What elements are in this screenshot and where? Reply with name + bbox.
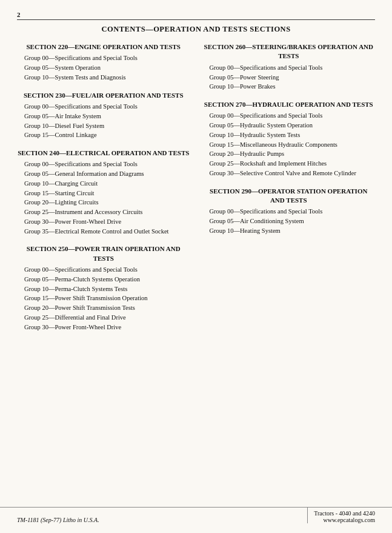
left-section-title-3: SECTION 250—POWER TRAIN OPERATION AND TE… xyxy=(17,244,190,263)
left-section-1: SECTION 230—FUEL/AIR OPERATION AND TESTS… xyxy=(17,91,190,140)
footer-left: TM-1181 (Sep-77) Litho in U.S.A. xyxy=(17,514,99,523)
right-column: SECTION 260—STEERING/BRAKES OPERATION AN… xyxy=(202,42,376,340)
footer-right-line1: Tractors - 4040 and 4240 xyxy=(314,510,375,517)
list-item: Group 20—Hydraulic Pumps xyxy=(210,149,376,159)
right-section-2: SECTION 290—OPERATOR STATION OPERATION A… xyxy=(202,187,376,236)
list-item: Group 25—Differential and Final Drive xyxy=(24,313,190,323)
list-item: Group 15—Power Shift Transmission Operat… xyxy=(24,293,190,303)
left-column: SECTION 220—ENGINE OPERATION AND TESTSGr… xyxy=(17,42,190,340)
list-item: Group 00—Specifications and Special Tool… xyxy=(24,159,190,169)
footer-left-text: TM-1181 (Sep-77) Litho in U.S.A. xyxy=(17,517,99,523)
left-section-2: SECTION 240—ELECTRICAL OPERATION AND TES… xyxy=(17,149,190,236)
footer-right: Tractors - 4040 and 4240 www.epcatalogs.… xyxy=(307,508,375,523)
list-item: Group 10—Power Brakes xyxy=(210,82,376,92)
page: 2 CONTENTS—OPERATION AND TESTS SECTIONS … xyxy=(0,0,392,533)
list-item: Group 10—Heating System xyxy=(210,226,376,236)
top-divider xyxy=(17,19,375,20)
list-item: Group 05—Air Conditioning System xyxy=(210,216,376,226)
list-item: Group 00—Specifications and Special Tool… xyxy=(24,265,190,275)
right-section-title-2: SECTION 290—OPERATOR STATION OPERATION A… xyxy=(202,187,376,206)
list-item: Group 30—Power Front-Wheel Drive xyxy=(24,217,190,227)
right-section-0: SECTION 260—STEERING/BRAKES OPERATION AN… xyxy=(202,42,376,92)
right-section-1: SECTION 270—HYDRAULIC OPERATION AND TEST… xyxy=(202,100,376,178)
list-item: Group 10—System Tests and Diagnosis xyxy=(24,73,190,82)
list-item: Group 15—Starting Circuit xyxy=(24,189,190,198)
list-item: Group 00—Specifications and Special Tool… xyxy=(210,63,376,73)
left-section-title-1: SECTION 230—FUEL/AIR OPERATION AND TESTS xyxy=(17,91,190,100)
left-section-3: SECTION 250—POWER TRAIN OPERATION AND TE… xyxy=(17,244,190,332)
left-section-title-2: SECTION 240—ELECTRICAL OPERATION AND TES… xyxy=(17,149,190,158)
list-item: Group 10—Diesel Fuel System xyxy=(24,121,190,131)
list-item: Group 00—Specifications and Special Tool… xyxy=(210,111,376,121)
list-item: Group 05—System Operation xyxy=(24,63,190,73)
list-item: Group 25—Instrument and Accessory Circui… xyxy=(24,207,190,217)
list-item: Group 00—Specifications and Special Tool… xyxy=(24,53,190,63)
list-item: Group 10—Charging Circuit xyxy=(24,179,190,189)
list-item: Group 05—Perma-Clutch Systems Operation xyxy=(24,275,190,284)
list-item: Group 20—Lighting Circuits xyxy=(24,198,190,207)
list-item: Group 15—Control Linkage xyxy=(24,130,190,140)
left-section-0: SECTION 220—ENGINE OPERATION AND TESTSGr… xyxy=(17,42,190,82)
list-item: Group 05—Hydraulic System Operation xyxy=(210,121,376,130)
content-columns: SECTION 220—ENGINE OPERATION AND TESTSGr… xyxy=(17,42,375,340)
right-section-title-0: SECTION 260—STEERING/BRAKES OPERATION AN… xyxy=(202,42,376,61)
list-item: Group 30—Power Front-Wheel Drive xyxy=(24,323,190,332)
list-item: Group 15—Miscellaneous Hydraulic Compone… xyxy=(210,140,376,150)
right-section-title-1: SECTION 270—HYDRAULIC OPERATION AND TEST… xyxy=(202,100,376,109)
footer-right-line2: www.epcatalogs.com xyxy=(314,517,375,523)
list-item: Group 05—Air Intake System xyxy=(24,112,190,121)
list-item: Group 30—Selective Control Valve and Rem… xyxy=(210,169,376,178)
list-item: Group 05—Power Steering xyxy=(210,73,376,82)
page-number: 2 xyxy=(17,11,375,18)
footer: TM-1181 (Sep-77) Litho in U.S.A. Tractor… xyxy=(0,507,392,523)
list-item: Group 00—Specifications and Special Tool… xyxy=(210,207,376,216)
page-title: CONTENTS—OPERATION AND TESTS SECTIONS xyxy=(17,25,375,34)
list-item: Group 10—Hydraulic System Tests xyxy=(210,130,376,140)
list-item: Group 10—Perma-Clutch Systems Tests xyxy=(24,284,190,294)
left-section-title-0: SECTION 220—ENGINE OPERATION AND TESTS xyxy=(17,42,190,52)
list-item: Group 25—Rockshaft and Implement Hitches xyxy=(210,159,376,169)
list-item: Group 05—General Information and Diagram… xyxy=(24,169,190,179)
list-item: Group 20—Power Shift Transmission Tests xyxy=(24,303,190,313)
list-item: Group 00—Specifications and Special Tool… xyxy=(24,102,190,112)
list-item: Group 35—Electrical Remote Control and O… xyxy=(24,227,190,236)
